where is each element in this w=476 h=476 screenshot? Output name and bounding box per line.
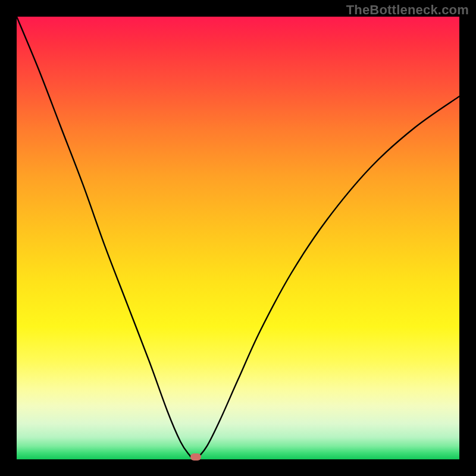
optimum-marker [190,453,201,461]
curve-svg [17,17,459,459]
bottleneck-curve-path [17,17,459,459]
watermark-text: TheBottleneck.com [346,2,469,18]
outer-frame: TheBottleneck.com [0,0,476,476]
plot-area [17,17,459,459]
